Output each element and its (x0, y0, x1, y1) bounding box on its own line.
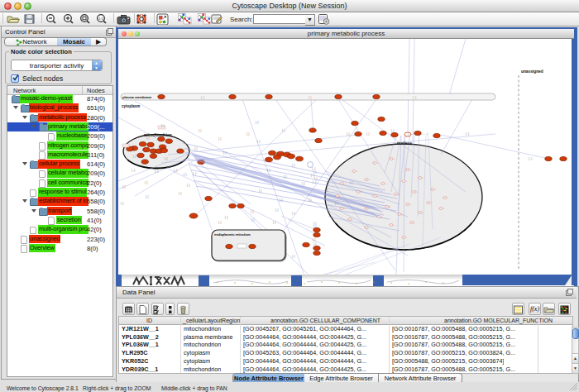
svg-text:[..]: [..] (275, 208, 279, 212)
svg-text:[..]: [..] (246, 132, 250, 136)
svg-text:[...........................]: [...........................] (408, 132, 428, 136)
svg-text:[..]: [..] (165, 157, 168, 160)
svg-text:..: .. (402, 213, 404, 216)
svg-text:..: .. (435, 188, 437, 191)
svg-text:[..]: [..] (366, 132, 370, 136)
svg-text:[..]: [..] (122, 185, 126, 189)
svg-text:[..]: [..] (259, 189, 262, 193)
svg-text:..: .. (369, 226, 371, 229)
svg-text:..: .. (423, 176, 424, 179)
svg-text:[...]: [...] (529, 157, 532, 160)
svg-text:[...]: [...] (313, 180, 316, 184)
svg-text:..: .. (344, 207, 346, 210)
svg-text:[..]: [..] (257, 140, 261, 143)
svg-text:..: .. (410, 203, 412, 206)
svg-text:..: .. (377, 161, 379, 165)
svg-text:[..]: [..] (302, 182, 305, 185)
svg-text:[..]: [..] (347, 132, 350, 136)
svg-text:..: .. (414, 221, 416, 224)
svg-text:[..]: [..] (146, 195, 149, 198)
svg-text:..: .. (398, 193, 400, 196)
svg-text:[..]: [..] (179, 192, 182, 195)
svg-text:..: .. (352, 218, 354, 221)
svg-text:[..]: [..] (309, 198, 312, 202)
svg-text:[..]: [..] (121, 202, 124, 205)
svg-text:nucleus: nucleus (397, 141, 412, 146)
svg-text:[..]: [..] (184, 173, 187, 176)
svg-text:[...]: [...] (413, 96, 416, 99)
svg-text:..: .. (410, 168, 412, 171)
svg-text:[..]: [..] (292, 164, 295, 167)
svg-text:[..]: [..] (282, 129, 285, 132)
svg-text:..: .. (417, 190, 419, 194)
svg-text:..: .. (443, 207, 445, 210)
svg-text:..: .. (340, 194, 342, 198)
svg-text:..: .. (369, 207, 371, 210)
svg-text:[...]: [...] (155, 170, 158, 173)
svg-text:..: .. (377, 194, 379, 198)
svg-text:[..]: [..] (313, 238, 316, 241)
svg-text:[..]: [..] (292, 212, 295, 215)
svg-text:[..]: [..] (218, 137, 222, 141)
svg-text:[..]: [..] (313, 225, 317, 228)
svg-text:..: .. (423, 211, 424, 214)
svg-text:[..]: [..] (225, 216, 228, 219)
svg-text:[..]: [..] (251, 218, 255, 222)
svg-text:[...]: [...] (466, 132, 469, 136)
svg-text:..: .. (356, 170, 358, 173)
svg-text:..: .. (390, 205, 391, 208)
svg-text:endoplasmic reticulum: endoplasmic reticulum (214, 232, 251, 237)
svg-text:[..]: [..] (335, 202, 338, 205)
svg-text:[...]: [...] (201, 96, 204, 99)
svg-text:[..]: [..] (187, 184, 190, 187)
svg-text:cytoplasm: cytoplasm (122, 104, 140, 108)
svg-text:[..]: [..] (350, 181, 353, 184)
svg-text:..: .. (431, 201, 433, 204)
svg-text:[..]: [..] (146, 136, 150, 140)
svg-text:..: .. (406, 236, 408, 239)
svg-text:[..]: [..] (309, 96, 312, 99)
svg-text:[..]: [..] (280, 198, 283, 202)
svg-text:..: .. (381, 215, 383, 218)
svg-text:[..]: [..] (223, 151, 227, 155)
svg-text:[...]: [...] (193, 172, 196, 175)
svg-text:[..]: [..] (267, 169, 270, 172)
svg-text:[..]: [..] (284, 175, 287, 179)
svg-text:[..]: [..] (199, 129, 202, 132)
svg-text:..: .. (344, 182, 346, 185)
svg-text:..: .. (394, 223, 395, 227)
svg-text:..: .. (447, 196, 449, 199)
svg-text:[..]: [..] (391, 129, 395, 132)
svg-text:[..]: [..] (145, 181, 148, 184)
svg-text:[..]: [..] (313, 242, 317, 246)
svg-text:unassigned: unassigned (521, 69, 543, 74)
svg-text:1:1: 1:1 (98, 17, 103, 21)
svg-text:..: .. (361, 190, 362, 194)
svg-text:..: .. (369, 178, 371, 181)
svg-text:[..]: [..] (292, 255, 295, 258)
svg-text:[..]: [..] (256, 121, 259, 124)
svg-text:[...]: [...] (132, 169, 135, 172)
svg-text:..: .. (394, 157, 395, 160)
svg-text:..: .. (385, 182, 387, 185)
svg-text:[..]: [..] (251, 210, 254, 213)
svg-text:[..]: [..] (218, 221, 222, 224)
svg-text:plasma membrane: plasma membrane (122, 95, 152, 99)
svg-text:[..]: [..] (325, 189, 328, 192)
svg-text:[...]: [...] (174, 169, 177, 172)
svg-text:[..]: [..] (194, 146, 198, 150)
svg-text:..: .. (406, 179, 408, 183)
svg-text:[..]: [..] (133, 155, 136, 158)
svg-text:[..]: [..] (273, 221, 276, 224)
svg-text:[..]: [..] (161, 124, 165, 127)
